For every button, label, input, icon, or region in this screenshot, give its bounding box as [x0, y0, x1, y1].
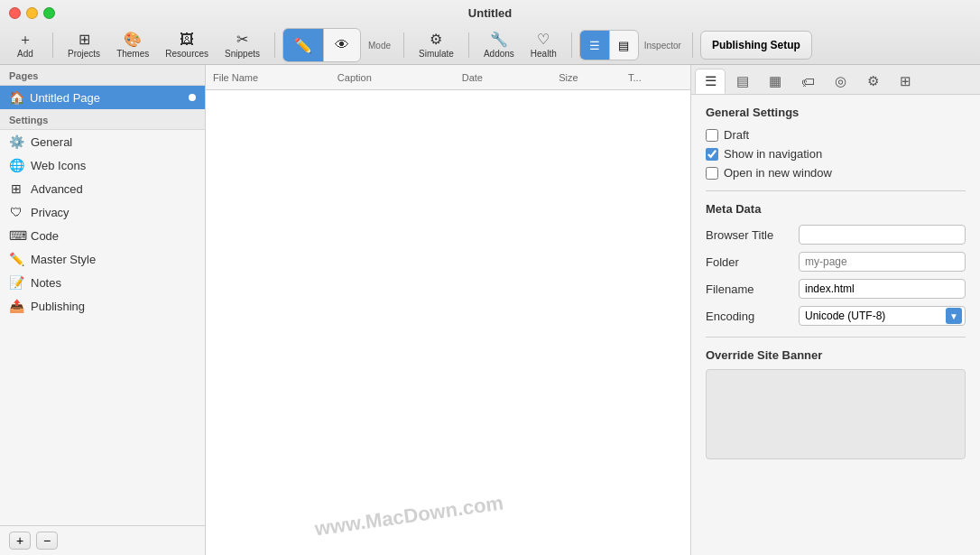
- encoding-select-wrapper: Unicode (UTF-8) ISO-8859-1 UTF-16 ▼: [799, 306, 966, 326]
- settings-item-advanced[interactable]: ⊞ Advanced: [0, 177, 205, 200]
- settings-item-notes[interactable]: 📝 Notes: [0, 271, 205, 294]
- encoding-select[interactable]: Unicode (UTF-8) ISO-8859-1 UTF-16: [799, 306, 966, 326]
- projects-button[interactable]: ⊞ Projects: [60, 28, 107, 62]
- publishing-setup-button[interactable]: Publishing Setup: [700, 31, 812, 60]
- master-style-icon: ✏️: [9, 252, 23, 266]
- simulate-icon: ⚙: [430, 32, 442, 47]
- sidebar-footer: + −: [0, 525, 205, 555]
- settings-item-publishing[interactable]: 📤 Publishing: [0, 294, 205, 318]
- general-settings-title: General Settings: [706, 106, 966, 119]
- settings-item-general[interactable]: ⚙️ General: [0, 130, 205, 153]
- addons-button[interactable]: 🔧 Addons: [476, 28, 522, 62]
- insp-tab-seo[interactable]: ◎: [825, 69, 855, 94]
- main-area: Pages 🏠 Untitled Page Settings ⚙️ Genera…: [0, 65, 980, 555]
- simulate-button[interactable]: ⚙ Simulate: [411, 28, 461, 62]
- override-banner-title: Override Site Banner: [706, 348, 966, 362]
- folder-label: Folder: [706, 255, 791, 269]
- insp-tab-layout[interactable]: ▤: [727, 69, 758, 94]
- general-icon: ⚙️: [9, 134, 23, 149]
- meta-data-title: Meta Data: [706, 202, 966, 216]
- inspector-label: Inspector: [641, 41, 685, 51]
- toolbar-separator-2: [274, 32, 275, 58]
- add-button[interactable]: ＋ Add: [5, 28, 45, 62]
- snippets-button[interactable]: ✂ Snippets: [217, 28, 267, 62]
- privacy-icon: 🛡: [9, 205, 23, 219]
- settings-item-web-icons[interactable]: 🌐 Web Icons: [0, 153, 205, 177]
- titlebar: Untitled ＋ Add ⊞ Projects 🎨 Themes 🖼 Res…: [0, 0, 980, 65]
- toolbar-separator-5: [571, 32, 572, 58]
- browser-title-input[interactable]: [799, 225, 966, 245]
- minimize-button[interactable]: [26, 7, 38, 19]
- remove-page-button[interactable]: −: [36, 532, 58, 550]
- inspector-page-tab[interactable]: ☰: [580, 31, 609, 60]
- insp-tab-more[interactable]: ⊞: [890, 69, 920, 94]
- browser-title-row: Browser Title: [706, 225, 966, 245]
- inspector-layout-tab[interactable]: ▤: [609, 31, 638, 60]
- toolbar-separator-6: [692, 32, 693, 58]
- addons-icon: 🔧: [490, 32, 508, 47]
- pencil-icon: ✏️: [294, 37, 312, 54]
- filename-row: Filename: [706, 279, 966, 299]
- draft-label: Draft: [724, 128, 749, 142]
- show-in-navigation-label: Show in navigation: [724, 147, 822, 161]
- toolbar-separator-4: [468, 32, 469, 58]
- col-header-filename: File Name: [206, 72, 330, 83]
- settings-item-privacy[interactable]: 🛡 Privacy: [0, 200, 205, 224]
- pages-list: 🏠 Untitled Page: [0, 86, 205, 109]
- maximize-button[interactable]: [43, 7, 55, 19]
- toolbar-separator-1: [52, 32, 53, 58]
- folder-input[interactable]: [799, 252, 966, 272]
- close-button[interactable]: [9, 7, 21, 19]
- show-in-nav-row: Show in navigation: [706, 147, 966, 161]
- settings-item-code[interactable]: ⌨ Code: [0, 224, 205, 247]
- content-area: File Name Caption Date Size T... www.Mac…: [206, 65, 691, 555]
- open-in-new-window-row: Open in new window: [706, 166, 966, 180]
- mode-label: Mode: [363, 41, 396, 51]
- divider-1: [706, 190, 966, 191]
- publishing-icon: 📤: [9, 299, 23, 313]
- filename-label: Filename: [706, 282, 791, 296]
- projects-icon: ⊞: [79, 32, 90, 47]
- divider-2: [706, 337, 966, 338]
- insp-tab-gear[interactable]: ⚙: [857, 69, 888, 94]
- browser-title-label: Browser Title: [706, 228, 791, 242]
- edit-mode-button[interactable]: ✏️: [283, 29, 323, 61]
- window-title: Untitled: [468, 6, 512, 20]
- open-in-new-window-label: Open in new window: [724, 166, 832, 180]
- draft-checkbox[interactable]: [706, 129, 718, 142]
- sidebar: Pages 🏠 Untitled Page Settings ⚙️ Genera…: [0, 65, 206, 555]
- page-icon: 🏠: [9, 90, 24, 105]
- resources-icon: 🖼: [180, 32, 194, 47]
- themes-button[interactable]: 🎨 Themes: [109, 28, 156, 62]
- snippets-icon: ✂: [236, 32, 248, 47]
- page-indicator-dot: [189, 94, 196, 101]
- resources-button[interactable]: 🖼 Resources: [158, 28, 216, 62]
- content-header: File Name Caption Date Size T...: [206, 65, 690, 90]
- eye-icon: 👁: [335, 37, 349, 53]
- page-item-untitled[interactable]: 🏠 Untitled Page: [0, 86, 205, 109]
- content-body: [206, 90, 690, 555]
- open-in-new-window-checkbox[interactable]: [706, 167, 718, 180]
- insp-tab-tags[interactable]: 🏷: [792, 69, 823, 94]
- encoding-label: Encoding: [706, 310, 791, 323]
- inspector-tabs: ☰ ▤ ▦ 🏷 ◎ ⚙ ⊞: [691, 65, 980, 95]
- toolbar-separator-3: [403, 32, 404, 58]
- health-icon: ♡: [537, 32, 550, 47]
- settings-list: ⚙️ General 🌐 Web Icons ⊞ Advanced 🛡 Priv…: [0, 130, 205, 525]
- col-header-caption: Caption: [330, 72, 455, 83]
- notes-icon: 📝: [9, 275, 23, 290]
- advanced-icon: ⊞: [9, 181, 23, 196]
- main-toolbar: ＋ Add ⊞ Projects 🎨 Themes 🖼 Resources ✂ …: [0, 27, 980, 64]
- health-button[interactable]: ♡ Health: [523, 28, 564, 62]
- col-header-date: Date: [455, 72, 551, 83]
- col-header-type: T...: [621, 72, 690, 83]
- insp-tab-section[interactable]: ▦: [760, 69, 790, 94]
- preview-mode-button[interactable]: 👁: [323, 29, 360, 61]
- add-icon: ＋: [18, 32, 32, 47]
- settings-item-master-style[interactable]: ✏️ Master Style: [0, 247, 205, 271]
- filename-input[interactable]: [799, 279, 966, 299]
- add-page-button[interactable]: +: [9, 532, 31, 550]
- show-in-navigation-checkbox[interactable]: [706, 148, 718, 161]
- col-header-size: Size: [551, 72, 621, 83]
- insp-tab-page[interactable]: ☰: [695, 69, 726, 94]
